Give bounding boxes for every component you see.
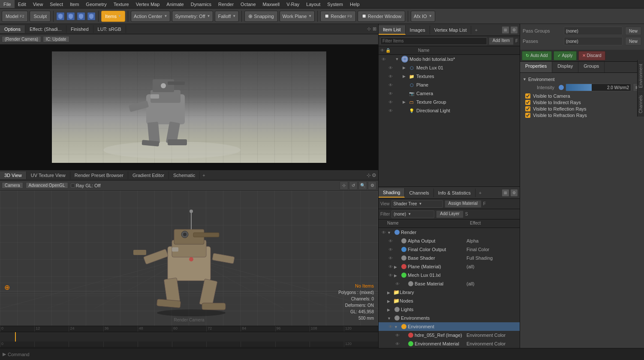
shader-item-base-shader[interactable]: 👁 Base Shader Full Shading (379, 254, 520, 262)
sculpt-button[interactable]: Sculpt (30, 11, 51, 22)
shader-eye-environment[interactable]: 👁 (387, 324, 394, 329)
shader-eye-alpha[interactable]: 👁 (387, 239, 394, 243)
tab-3d-view[interactable]: 3D View (0, 171, 27, 179)
shader-item-lights[interactable]: ▶ Lights (379, 305, 520, 314)
shield-icon-3[interactable] (77, 12, 85, 21)
shader-item-render[interactable]: 👁 ▼ Render (379, 228, 520, 237)
shader-eye-render[interactable]: 👁 (380, 230, 387, 235)
ic-update-btn[interactable]: IC: Update (43, 36, 69, 42)
tree-eye-plane[interactable]: 👁 (387, 81, 394, 88)
work-plane-dropdown[interactable]: Work Plane ▼ (280, 11, 315, 22)
passes-new-btn[interactable]: New (625, 37, 641, 45)
environment-section-header[interactable]: ▼ Environment (523, 75, 641, 83)
menu-view[interactable]: View (30, 0, 47, 8)
shader-item-mech-lxl[interactable]: 👁 ▶ Mech Lux 01.lxl (379, 271, 520, 279)
tree-eye-dirlight[interactable]: 👁 (387, 107, 394, 114)
viewport-settings-icon[interactable]: ⚙ (368, 181, 376, 190)
shader-eye-hdre[interactable]: 👁 (394, 333, 401, 338)
apply-btn[interactable]: ✓ Apply (554, 51, 577, 60)
shading-view-select[interactable]: Shader Tree ▼ (391, 200, 443, 208)
menu-geometry[interactable]: Geometry (82, 0, 110, 8)
tree-eye-root[interactable]: 👁 (380, 56, 387, 63)
shading-filter-select[interactable]: (none) ▼ (391, 210, 434, 218)
render-tab-lut[interactable]: LUT: sRGB (93, 25, 126, 33)
afx-io-dropdown[interactable]: Afx IO ▼ (411, 11, 435, 22)
assign-material-btn[interactable]: Assign Material (445, 200, 481, 208)
intensity-color-dot[interactable] (559, 85, 564, 90)
tree-lock-dirlight[interactable] (394, 107, 401, 114)
shader-expand-mech-lxl[interactable]: ▶ (394, 273, 400, 278)
view-tab-settings-icon[interactable]: ⚙ (372, 172, 376, 178)
shading-tab[interactable]: Shading (379, 188, 405, 198)
menu-texture[interactable]: Texture (110, 0, 132, 8)
tree-item-texgroup[interactable]: 👁 ▶ 🗃 Texture Group (379, 98, 520, 106)
shader-eye-env-mat[interactable]: 👁 (394, 342, 401, 346)
menu-system[interactable]: System (324, 0, 346, 8)
shield-icon-1[interactable] (56, 12, 65, 21)
shader-item-environments[interactable]: ▼ Environments (379, 314, 520, 322)
shield-icon-2[interactable] (66, 12, 75, 21)
tree-expand-mech[interactable]: ▶ (401, 65, 407, 71)
visible-reflection-checkbox[interactable] (525, 106, 530, 111)
tree-eye-mech[interactable]: 👁 (387, 64, 394, 71)
menu-maxwell[interactable]: Maxwell (259, 0, 283, 8)
item-list-tab[interactable]: Item List (379, 25, 406, 35)
add-layer-btn[interactable]: Add Layer (436, 210, 463, 218)
visible-refraction-checkbox[interactable] (525, 113, 530, 118)
discard-btn[interactable]: ✕ Discard (578, 51, 605, 60)
panel-expand-btn[interactable]: ⊞ (502, 26, 509, 34)
menu-help[interactable]: Help (346, 0, 363, 8)
shader-item-library[interactable]: ▶ 📁 Library (379, 288, 520, 297)
pass-groups-select[interactable]: (none) (564, 27, 623, 35)
render-view-expand-icon[interactable]: ⊹ (367, 26, 371, 32)
panel-tab-add[interactable]: + (471, 26, 481, 34)
render-tab-effect[interactable]: Effect: (Shadi... (25, 25, 66, 33)
tab-schematic[interactable]: Schematic (169, 171, 200, 179)
tab-gradient-editor[interactable]: Gradient Editor (128, 171, 169, 179)
menu-dynamics[interactable]: Dynamics (187, 0, 215, 8)
tab-add-button[interactable]: + (200, 171, 208, 179)
menu-vray[interactable]: V-Ray (283, 0, 303, 8)
shader-item-env-mat[interactable]: 👁 Environment Material Environment Color (379, 339, 520, 348)
tree-item-camera[interactable]: 👁 📷 Camera (379, 89, 520, 98)
shader-item-environment[interactable]: 👁 ▼ Environment (379, 322, 520, 331)
tree-lock-plane[interactable] (394, 81, 401, 88)
shader-item-alpha[interactable]: 👁 Alpha Output Alpha (379, 237, 520, 245)
shader-item-plane-mat[interactable]: 👁 ▶ Plane (Material) (all) (379, 262, 520, 271)
auto-add-btn[interactable]: ↻ Auto Add (522, 51, 552, 60)
tree-expand-textures[interactable]: ▶ (401, 73, 407, 79)
menu-render[interactable]: Render (215, 0, 237, 8)
view-tab-expand-icon[interactable]: ⊹ (367, 172, 371, 178)
model-button[interactable]: Model F2 (2, 11, 28, 22)
intensity-bar[interactable]: 2.0 W/srm2 (566, 84, 631, 91)
camera-btn[interactable]: Camera (2, 182, 23, 189)
render-button[interactable]: 🔲 Render F9 (320, 11, 356, 22)
symmetry-dropdown[interactable]: Symmetry: Off ▼ (172, 11, 213, 22)
timeline-scrubber-area[interactable] (0, 332, 378, 342)
vertex-map-tab[interactable]: Vertex Map List (430, 26, 472, 34)
tree-expand-plane[interactable] (401, 82, 407, 88)
shader-item-nodes[interactable]: ▶ 📁 Nodes (379, 297, 520, 305)
raygl-toggle[interactable]: Ray GL: Off (71, 183, 101, 188)
side-strip-environment[interactable]: Environment (638, 60, 644, 91)
shader-expand-environments[interactable]: ▼ (387, 315, 393, 321)
tree-eye-textures[interactable]: 👁 (387, 73, 394, 80)
info-stats-tab[interactable]: Info & Statistics (434, 189, 475, 197)
panel-settings-btn[interactable]: ⚙ (510, 26, 518, 34)
raygl-checkbox[interactable] (71, 183, 75, 188)
viewport-zoom-icon[interactable]: 🔍 (358, 181, 367, 190)
images-tab[interactable]: Images (406, 26, 430, 34)
render-window-button[interactable]: 🔲 Render Window (358, 11, 405, 22)
shader-expand-environment[interactable]: ▼ (394, 324, 400, 329)
tree-expand-root[interactable]: ▼ (394, 56, 400, 62)
viewport-rotate-icon[interactable]: ↺ (349, 181, 358, 190)
viewport-expand-icon[interactable]: ⊹ (340, 181, 348, 190)
shield-icon-4[interactable] (87, 12, 96, 21)
shading-tab-add[interactable]: + (475, 189, 485, 197)
menu-layout[interactable]: Layout (303, 0, 324, 8)
shader-eye-final[interactable]: 👁 (387, 247, 394, 252)
menu-animate[interactable]: Animate (163, 0, 187, 8)
shader-eye-mech-lxl[interactable]: 👁 (387, 273, 394, 278)
render-tab-options[interactable]: Options (0, 25, 25, 33)
visible-indirect-checkbox[interactable] (525, 100, 530, 105)
